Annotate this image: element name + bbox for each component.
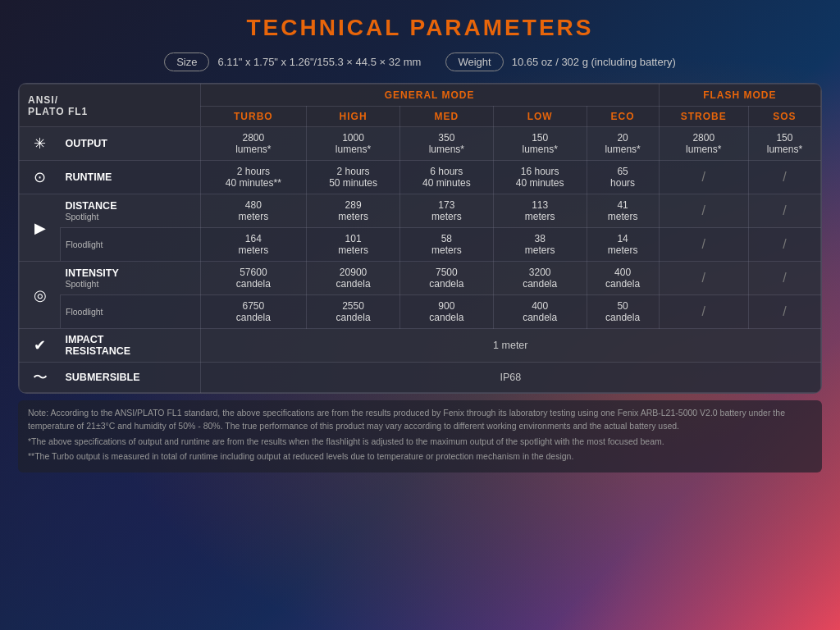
- cell-value: /: [748, 161, 820, 194]
- cell-value: 400 candela: [493, 295, 587, 329]
- cell-value: 289 meters: [307, 194, 400, 228]
- note-0: Note: According to the ANSI/PLATO FL1 st…: [28, 407, 812, 433]
- span-value: 1 meter: [200, 329, 820, 363]
- weight-badge: Weight: [445, 52, 503, 71]
- table-row: ✳OUTPUT2800 lumens*1000 lumens*350 lumen…: [20, 127, 821, 161]
- cell-value: 57600 candela: [200, 262, 307, 295]
- cell-value: 2550 candela: [307, 295, 400, 329]
- row-icon: ✳: [20, 127, 61, 161]
- cell-value: 2800 lumens*: [659, 127, 748, 161]
- cell-value: 3200 candela: [493, 262, 587, 295]
- row-label: INTENSITYSpotlight: [61, 262, 201, 295]
- specs-table: ANSI/ PLATO FL1 GENERAL MODE FLASH MODE …: [19, 84, 821, 393]
- table-row: ✔IMPACT RESISTANCE1 meter: [20, 329, 821, 363]
- cell-value: /: [659, 161, 748, 194]
- row-label: OUTPUT: [61, 127, 201, 161]
- table-row: ⊙RUNTIME2 hours 40 minutes**2 hours 50 m…: [20, 161, 821, 194]
- cell-value: 2800 lumens*: [200, 127, 307, 161]
- row-label: RUNTIME: [61, 161, 201, 194]
- cell-value: 7500 candela: [399, 262, 493, 295]
- row-label: DISTANCESpotlight: [61, 194, 201, 228]
- cell-value: /: [748, 262, 820, 295]
- cell-value: /: [659, 228, 748, 262]
- cell-value: 38 meters: [493, 228, 587, 262]
- size-value: 6.11" x 1.75" x 1.26"/155.3 × 44.5 × 32 …: [217, 56, 421, 68]
- table-row: Floodlight164 meters101 meters58 meters3…: [20, 228, 821, 262]
- row-sub-label: Floodlight: [61, 228, 201, 262]
- cell-value: 101 meters: [307, 228, 400, 262]
- weight-item: Weight 10.65 oz / 302 g (including batte…: [445, 52, 675, 71]
- page-title: TECHNICAL PARAMETERS: [247, 15, 594, 41]
- cell-value: 20900 candela: [307, 262, 400, 295]
- size-item: Size 6.11" x 1.75" x 1.26"/155.3 × 44.5 …: [164, 52, 421, 71]
- col-eco: ECO: [587, 107, 659, 127]
- note-1: *The above specifications of output and …: [28, 436, 812, 449]
- cell-value: 50 candela: [587, 295, 659, 329]
- cell-value: 164 meters: [200, 228, 307, 262]
- cell-value: 14 meters: [587, 228, 659, 262]
- cell-value: 2 hours 50 minutes: [307, 161, 400, 194]
- size-badge: Size: [164, 52, 209, 71]
- col-low: LOW: [493, 107, 587, 127]
- cell-value: /: [748, 194, 820, 228]
- general-mode-header: GENERAL MODE: [200, 84, 659, 107]
- row-icon: ⊙: [20, 161, 61, 194]
- col-turbo: TURBO: [200, 107, 307, 127]
- cell-value: /: [659, 295, 748, 329]
- cell-value: 400 candela: [587, 262, 659, 295]
- row-label: IMPACT RESISTANCE: [61, 329, 201, 363]
- table-row: 〜SUBMERSIBLEIP68: [20, 363, 821, 393]
- cell-value: 41 meters: [587, 194, 659, 228]
- specs-table-wrap: ANSI/ PLATO FL1 GENERAL MODE FLASH MODE …: [18, 83, 822, 394]
- col-sos: SOS: [748, 107, 820, 127]
- cell-value: 20 lumens*: [587, 127, 659, 161]
- cell-value: 6750 candela: [200, 295, 307, 329]
- row-label: SUBMERSIBLE: [61, 363, 201, 393]
- cell-value: 150 lumens*: [748, 127, 820, 161]
- cell-value: 350 lumens*: [399, 127, 493, 161]
- header-mode-row: ANSI/ PLATO FL1 GENERAL MODE FLASH MODE: [20, 84, 821, 107]
- col-med: MED: [399, 107, 493, 127]
- flash-mode-header: FLASH MODE: [659, 84, 820, 107]
- cell-value: 480 meters: [200, 194, 307, 228]
- cell-value: 1000 lumens*: [307, 127, 400, 161]
- cell-value: /: [748, 295, 820, 329]
- cell-value: /: [748, 228, 820, 262]
- table-row: ▶DISTANCESpotlight480 meters289 meters17…: [20, 194, 821, 228]
- cell-value: /: [659, 194, 748, 228]
- table-row: Floodlight6750 candela2550 candela900 ca…: [20, 295, 821, 329]
- cell-value: 173 meters: [399, 194, 493, 228]
- cell-value: 900 candela: [399, 295, 493, 329]
- cell-value: 16 hours 40 minutes: [493, 161, 587, 194]
- col-high: HIGH: [307, 107, 400, 127]
- row-icon: ◎: [20, 262, 61, 329]
- row-sub-label: Floodlight: [61, 295, 201, 329]
- ansi-header: ANSI/ PLATO FL1: [20, 84, 201, 127]
- row-icon: ▶: [20, 194, 61, 262]
- notes-section: Note: According to the ANSI/PLATO FL1 st…: [18, 400, 822, 472]
- meta-row: Size 6.11" x 1.75" x 1.26"/155.3 × 44.5 …: [164, 52, 676, 71]
- note-2: **The Turbo output is measured in total …: [28, 450, 812, 463]
- cell-value: /: [659, 262, 748, 295]
- col-strobe: STROBE: [659, 107, 748, 127]
- span-value: IP68: [200, 363, 820, 393]
- row-icon: ✔: [20, 329, 61, 363]
- weight-value: 10.65 oz / 302 g (including battery): [512, 56, 676, 68]
- cell-value: 113 meters: [493, 194, 587, 228]
- table-row: ◎INTENSITYSpotlight57600 candela20900 ca…: [20, 262, 821, 295]
- cell-value: 65 hours: [587, 161, 659, 194]
- cell-value: 58 meters: [399, 228, 493, 262]
- cell-value: 6 hours 40 minutes: [399, 161, 493, 194]
- cell-value: 2 hours 40 minutes**: [200, 161, 307, 194]
- cell-value: 150 lumens*: [493, 127, 587, 161]
- row-icon: 〜: [20, 363, 61, 393]
